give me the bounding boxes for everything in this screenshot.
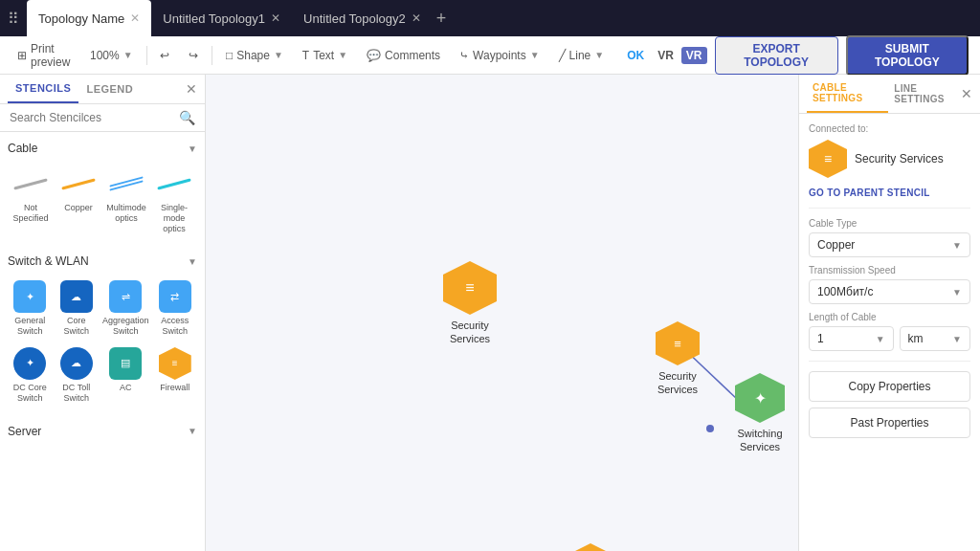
comments-button[interactable]: 💬 Comments (361, 46, 446, 65)
right-panel: CABLE SETTINGS LINE SETTINGS ✕ Connected… (798, 75, 980, 551)
stencil-copper[interactable]: Copper (56, 163, 101, 237)
sidebar-section-switch: Switch & WLAN ▼ ✦ General Switch ☁ Core … (0, 245, 205, 414)
stencil-access-switch[interactable]: ⇄ Access Switch (153, 276, 197, 341)
tab-topology-name[interactable]: Topology Name ✕ (27, 0, 151, 36)
right-panel-tabs: CABLE SETTINGS LINE SETTINGS ✕ (799, 75, 980, 114)
cable-items-grid: Not Specified Copper Multimode (8, 159, 197, 241)
line-icon: ╱ (559, 49, 566, 62)
search-input[interactable] (10, 111, 179, 124)
switch-section-header[interactable]: Switch & WLAN ▼ (8, 251, 197, 272)
app-menu-icon[interactable]: ⠿ (8, 10, 19, 28)
tab-untitled-1[interactable]: Untitled Topology1 ✕ (151, 0, 292, 36)
canvas-node-security-2[interactable]: ≡ SecurityServices (656, 321, 700, 397)
tab-label: Topology Name (38, 11, 124, 26)
zoom-value: 100% (90, 49, 120, 62)
tab-legend[interactable]: LEGEND (78, 76, 141, 102)
stencil-firewall[interactable]: ≡ Firewall (153, 342, 197, 408)
shape-label: Shape (236, 49, 270, 62)
export-topology-button[interactable]: EXPORT TOPOLOGY (715, 36, 838, 75)
vr-button[interactable]: VR (652, 46, 679, 65)
tab-close-icon[interactable]: ✕ (271, 11, 280, 25)
undo-button[interactable]: ↩ (154, 46, 175, 65)
connected-device-name: Security Services (855, 152, 944, 165)
shape-button[interactable]: □ Shape ▼ (220, 46, 289, 65)
server-section-label: Server (8, 425, 41, 438)
access-switch-label: Access Switch (155, 316, 195, 337)
ok-button[interactable]: OK (621, 46, 650, 65)
tab-close-icon[interactable]: ✕ (412, 11, 421, 25)
text-button[interactable]: T Text ▼ (297, 46, 353, 65)
divider-1 (146, 46, 147, 65)
length-unit-select[interactable]: km ▼ (900, 326, 970, 351)
tab-untitled-2[interactable]: Untitled Topology2 ✕ (292, 0, 433, 36)
submit-topology-button[interactable]: SUBMIT TOPOLOGY (846, 35, 969, 76)
connected-to-label: Connected to: (809, 123, 970, 134)
singlemode-label: Single-mode optics (153, 203, 195, 233)
stencil-general-switch[interactable]: ✦ General Switch (8, 276, 52, 341)
stencil-dc-toll-switch[interactable]: ☁ DC Toll Switch (54, 342, 98, 408)
transmission-speed-label: Transmission Speed (809, 265, 970, 276)
copper-icon (61, 166, 96, 201)
paste-properties-button[interactable]: Past Properties (809, 408, 970, 438)
firewall-icon: ≡ (158, 346, 192, 381)
sidebar-section-cable: Cable ▼ Not Specified Copper (0, 132, 205, 245)
tab-stencils[interactable]: STENCILS (8, 75, 78, 103)
transmission-speed-select[interactable]: 100Мбит/с ▼ (809, 279, 970, 304)
divider-1 (809, 208, 970, 209)
transmission-chevron-icon: ▼ (952, 287, 962, 298)
left-sidebar: STENCILS LEGEND ✕ 🔍 Cable ▼ Not Specifie… (0, 75, 206, 551)
tab-line-settings[interactable]: LINE SETTINGS (888, 76, 961, 112)
cable-type-label: Cable Type (809, 218, 970, 229)
canvas-node-security-1[interactable]: ≡ SecurityServices (443, 261, 497, 346)
length-row: 1 ▼ km ▼ (809, 326, 970, 351)
sidebar-tabs: STENCILS LEGEND ✕ (0, 75, 205, 104)
tab-cable-settings[interactable]: CABLE SETTINGS (807, 75, 888, 113)
toolbar-left: ⊞ Print preview 100% ▼ ↩ ↪ □ Shape ▼ T T… (11, 39, 610, 72)
stencil-singlemode[interactable]: Single-mode optics (151, 163, 197, 237)
cable-section-header[interactable]: Cable ▼ (8, 138, 197, 159)
not-specified-icon (13, 166, 48, 201)
stencil-aggregation-switch[interactable]: ⇌ Aggregation Switch (100, 276, 151, 341)
print-preview-button[interactable]: ⊞ Print preview (11, 39, 77, 72)
core-switch-icon: ☁ (59, 279, 94, 314)
sidebar-section-server: Server ▼ (0, 415, 205, 446)
toolbar-right: OK VR VR EXPORT TOPOLOGY SUBMIT TOPOLOGY (621, 35, 969, 76)
stencil-core-switch[interactable]: ☁ Core Switch (54, 276, 98, 341)
search-icon: 🔍 (179, 110, 195, 125)
canvas-node-switching-1[interactable]: ✦ SwitchingServices (735, 373, 785, 454)
general-switch-label: General Switch (10, 316, 50, 337)
dc-toll-switch-icon: ☁ (59, 346, 94, 381)
waypoints-button[interactable]: ⤷ Waypoints ▼ (454, 46, 545, 65)
switch-chevron-icon: ▼ (188, 256, 197, 267)
dc-core-switch-icon: ✦ (12, 346, 47, 381)
length-label: Length of Cable (809, 312, 970, 322)
stencil-multimode[interactable]: Multimode optics (103, 163, 149, 237)
text-icon: T (302, 49, 309, 62)
copy-properties-button[interactable]: Copy Properties (809, 371, 970, 402)
stencil-dc-core-switch[interactable]: ✦ DC Core Switch (8, 342, 52, 408)
security-hex-icon-1: ≡ (443, 261, 497, 315)
tab-close-icon[interactable]: ✕ (130, 11, 140, 25)
security-hex-icon-2: ≡ (656, 321, 700, 365)
transmission-speed-value: 100Мбит/с (817, 285, 873, 298)
line-button[interactable]: ╱ Line ▼ (553, 46, 611, 65)
waypoints-icon: ⤷ (459, 49, 469, 62)
zoom-control[interactable]: 100% ▼ (84, 46, 139, 65)
cable-type-chevron-icon: ▼ (952, 240, 962, 251)
canvas-node-security-3[interactable]: ≡ SecurityServices (564, 543, 617, 551)
canvas-area[interactable]: ≡ SecurityServices ≡ SecurityServices ✦ … (206, 75, 798, 551)
stencil-not-specified[interactable]: Not Specified (8, 163, 54, 237)
sidebar-close-icon[interactable]: ✕ (186, 81, 197, 97)
right-panel-close-icon[interactable]: ✕ (961, 86, 972, 101)
cable-type-select[interactable]: Copper ▼ (809, 232, 970, 257)
redo-button[interactable]: ↪ (183, 46, 204, 65)
switch-section-label: Switch & WLAN (8, 254, 89, 268)
server-section-header[interactable]: Server ▼ (8, 421, 197, 442)
text-chevron-icon: ▼ (338, 50, 347, 60)
length-input[interactable]: 1 ▼ (809, 326, 894, 351)
server-chevron-icon: ▼ (188, 426, 197, 436)
go-to-parent-link[interactable]: GO TO PARENT STENCIL (809, 187, 970, 198)
stencil-ac[interactable]: ▤ AC (100, 342, 151, 408)
tab-add-icon[interactable]: + (436, 9, 447, 29)
vr-active-button[interactable]: VR (681, 47, 707, 64)
